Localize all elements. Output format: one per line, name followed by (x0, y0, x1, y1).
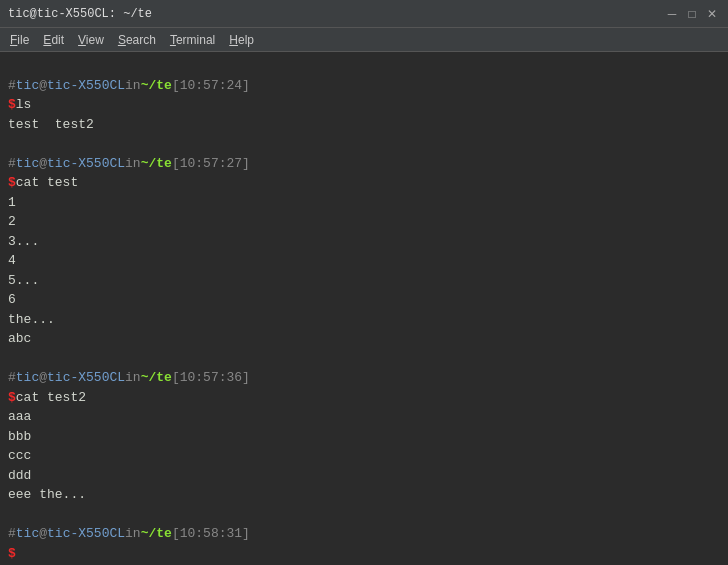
prompt-line-1: # tic @ tic-X550CL in ~/te [10:57:24] (8, 76, 720, 96)
in-3: in (125, 368, 141, 388)
close-button[interactable]: ✕ (704, 6, 720, 22)
empty-line-4 (8, 505, 720, 525)
user-1: tic (16, 76, 39, 96)
menu-file[interactable]: File (4, 31, 35, 49)
output-2-7: the... (8, 310, 720, 330)
prompt-line-3: # tic @ tic-X550CL in ~/te [10:57:36] (8, 368, 720, 388)
dir-3: ~/te (141, 368, 172, 388)
hash-3: # (8, 368, 16, 388)
hash-1: # (8, 76, 16, 96)
in-1: in (125, 76, 141, 96)
menu-bar: File Edit View Search Terminal Help (0, 28, 728, 52)
ts-4: [10:58:31] (172, 524, 250, 544)
host-3: tic-X550CL (47, 368, 125, 388)
minimize-button[interactable]: ─ (664, 6, 680, 22)
menu-search[interactable]: Search (112, 31, 162, 49)
output-3-3: ccc (8, 446, 720, 466)
title-bar: tic@tic-X550CL: ~/te ─ □ ✕ (0, 0, 728, 28)
title-bar-controls: ─ □ ✕ (664, 6, 720, 22)
at-4: @ (39, 524, 47, 544)
in-2: in (125, 154, 141, 174)
dollar-1: $ (8, 95, 16, 115)
maximize-button[interactable]: □ (684, 6, 700, 22)
output-3-1: aaa (8, 407, 720, 427)
title-bar-title: tic@tic-X550CL: ~/te (8, 7, 152, 21)
host-1: tic-X550CL (47, 76, 125, 96)
terminal-content[interactable]: # tic @ tic-X550CL in ~/te [10:57:24] $ … (0, 52, 728, 565)
ts-3: [10:57:36] (172, 368, 250, 388)
user-4: tic (16, 524, 39, 544)
at-2: @ (39, 154, 47, 174)
menu-edit[interactable]: Edit (37, 31, 70, 49)
dir-1: ~/te (141, 76, 172, 96)
cmd-2: cat test (16, 173, 78, 193)
user-2: tic (16, 154, 39, 174)
empty-line (8, 56, 720, 76)
output-3-2: bbb (8, 427, 720, 447)
hash-4: # (8, 524, 16, 544)
cmd-line-1: $ ls (8, 95, 720, 115)
cmd-line-4: $ (8, 544, 720, 564)
prompt-line-2: # tic @ tic-X550CL in ~/te [10:57:27] (8, 154, 720, 174)
menu-help[interactable]: Help (223, 31, 260, 49)
user-3: tic (16, 368, 39, 388)
output-2-5: 5... (8, 271, 720, 291)
menu-view[interactable]: View (72, 31, 110, 49)
dollar-4: $ (8, 544, 16, 564)
dir-2: ~/te (141, 154, 172, 174)
output-2-3: 3... (8, 232, 720, 252)
ts-2: [10:57:27] (172, 154, 250, 174)
output-1-1: test test2 (8, 115, 720, 135)
hash-2: # (8, 154, 16, 174)
dir-4: ~/te (141, 524, 172, 544)
cmd-1: ls (16, 95, 32, 115)
empty-line-2 (8, 134, 720, 154)
ts-1: [10:57:24] (172, 76, 250, 96)
output-2-1: 1 (8, 193, 720, 213)
at-3: @ (39, 368, 47, 388)
output-2-6: 6 (8, 290, 720, 310)
dollar-3: $ (8, 388, 16, 408)
host-2: tic-X550CL (47, 154, 125, 174)
host-4: tic-X550CL (47, 524, 125, 544)
dollar-2: $ (8, 173, 16, 193)
cmd-line-3: $ cat test2 (8, 388, 720, 408)
cmd-line-2: $ cat test (8, 173, 720, 193)
prompt-line-4: # tic @ tic-X550CL in ~/te [10:58:31] (8, 524, 720, 544)
output-2-2: 2 (8, 212, 720, 232)
menu-terminal[interactable]: Terminal (164, 31, 221, 49)
output-3-5: eee the... (8, 485, 720, 505)
output-2-8: abc (8, 329, 720, 349)
empty-line-3 (8, 349, 720, 369)
output-2-4: 4 (8, 251, 720, 271)
at-1: @ (39, 76, 47, 96)
output-3-4: ddd (8, 466, 720, 486)
cmd-3: cat test2 (16, 388, 86, 408)
in-4: in (125, 524, 141, 544)
